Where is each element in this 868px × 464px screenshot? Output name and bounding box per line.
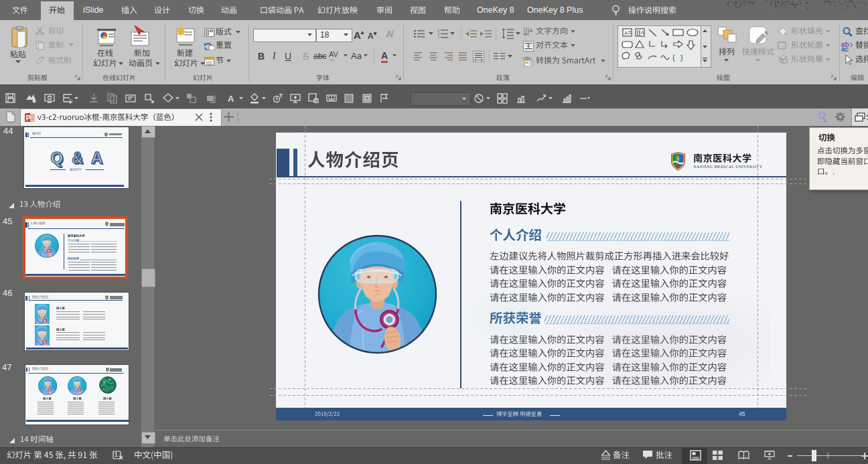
svg-text:A: A — [228, 94, 234, 104]
svg-text:3: 3 — [437, 36, 439, 40]
svg-text:P: P — [26, 114, 31, 122]
svg-text:}: } — [680, 54, 683, 62]
svg-text:A: A — [529, 27, 533, 33]
svg-text:{: { — [672, 54, 675, 62]
svg-text:A: A — [641, 30, 644, 35]
svg-text:ac: ac — [841, 46, 849, 52]
svg-text:A: A — [624, 30, 628, 36]
